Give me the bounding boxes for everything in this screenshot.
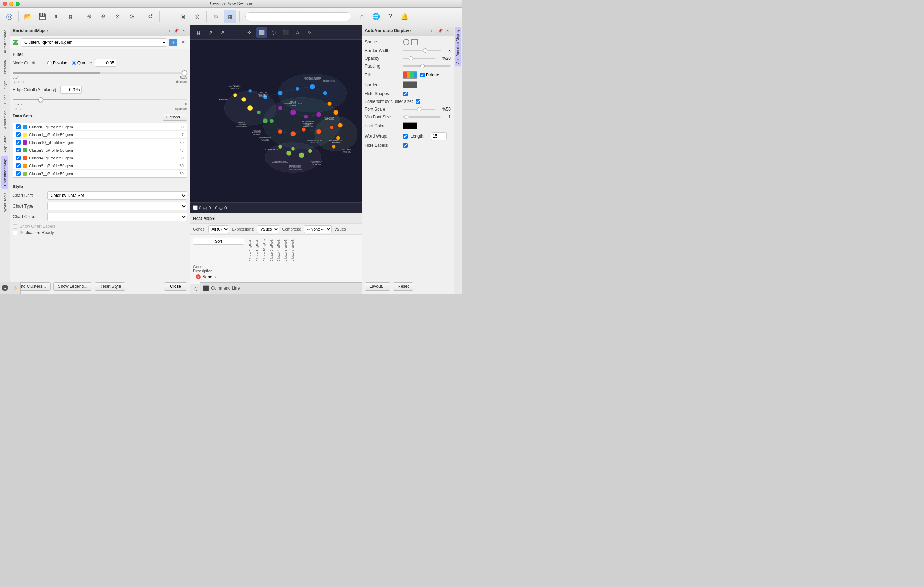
network-select[interactable]: Cluster0_gProfiler50.gem (20, 38, 167, 47)
zoom-sel-btn[interactable]: ⊚ (125, 10, 138, 23)
net-annotation-btn[interactable]: ✎ (304, 27, 315, 38)
nodes-check[interactable] (193, 205, 198, 210)
chart-data-select[interactable]: Color by Data Set (47, 191, 187, 200)
publication-ready-check[interactable] (13, 231, 17, 235)
chart-colors-select[interactable] (47, 213, 187, 221)
net-grid-btn[interactable]: ▦ (193, 27, 204, 38)
font-scale-slider[interactable] (403, 109, 436, 110)
aa-pin-btn[interactable]: 📌 (437, 28, 443, 34)
sort-btn[interactable]: Sort (193, 238, 244, 245)
close-btn[interactable] (3, 2, 7, 6)
layout-btn[interactable]: Layout... (365, 282, 390, 291)
hide-shapes-check[interactable] (403, 92, 408, 96)
reset-btn[interactable]: Reset (393, 282, 413, 291)
panel-pin-btn[interactable]: 📌 (173, 28, 179, 34)
palette-check[interactable] (420, 73, 424, 78)
sidebar-tab-enrichmentmap[interactable]: EnrichmentMap (2, 156, 8, 189)
help-btn[interactable]: ? (384, 10, 397, 23)
warning-status[interactable]: ⚠ (10, 282, 20, 293)
net-select-rect-btn[interactable]: ⬜ (256, 27, 267, 38)
network-add-btn[interactable]: + (169, 38, 177, 46)
word-wrap-length[interactable] (431, 132, 447, 140)
right-tab-autoannotate[interactable]: AutoAnnotate Display (455, 27, 461, 66)
dataset-check-3[interactable] (16, 148, 20, 152)
dataset-check-4[interactable] (16, 155, 20, 160)
node-cutoff-value[interactable] (95, 59, 116, 67)
chart-type-select[interactable] (47, 202, 187, 210)
pvalue-radio[interactable]: P-value (47, 61, 68, 65)
hide-labels-check[interactable] (403, 143, 408, 148)
copy-btn[interactable]: ⧉ (210, 10, 222, 23)
sidebar-tab-network[interactable]: Network (2, 57, 8, 77)
overview-btn[interactable]: ◎ (191, 10, 204, 23)
reset-style-btn[interactable]: Reset Style (95, 282, 125, 291)
min-font-slider[interactable] (403, 116, 441, 118)
globe-btn[interactable]: 🌐 (370, 10, 383, 23)
border-color-swatch[interactable] (403, 81, 417, 88)
shape-circle-btn[interactable] (403, 39, 409, 45)
net-move-btn[interactable]: ✛ (244, 27, 255, 38)
heatmap-dropdown[interactable]: Heat Map ▾ (193, 216, 214, 221)
sidebar-tab-annotation[interactable]: Annotation (2, 107, 8, 132)
zoom-out-btn[interactable]: ⊖ (97, 10, 110, 23)
network-menu-btn[interactable]: ≡ (179, 38, 187, 46)
global-home-btn[interactable]: ⌂ (356, 10, 368, 23)
aa-min-btn[interactable]: □ (429, 28, 436, 34)
sidebar-tab-appstore[interactable]: App Store (2, 132, 8, 155)
sidebar-tab-layouttools[interactable]: Layout Tools (2, 190, 8, 217)
minimize-btn[interactable] (9, 2, 13, 6)
sidebar-tab-style[interactable]: Style (2, 78, 8, 92)
dataset-item-3[interactable]: Cluster3_gProfiler50.gem 43 (13, 146, 186, 154)
shape-rect-btn[interactable] (411, 39, 418, 45)
dataset-check-5[interactable] (16, 164, 20, 168)
word-wrap-check[interactable] (403, 134, 408, 139)
dataset-item-0[interactable]: Cluster0_gProfiler50.gem 50 (13, 123, 186, 131)
open-btn[interactable]: 📂 (21, 10, 34, 23)
show-legend-btn[interactable]: Show Legend... (53, 282, 92, 291)
net-home-btn[interactable]: ⌂ (163, 10, 175, 23)
qvalue-radio[interactable]: Q-value (72, 61, 92, 65)
expressions-select[interactable]: Values (257, 225, 279, 233)
edge-cutoff-slider[interactable] (13, 99, 187, 101)
options-btn[interactable]: Options... (163, 114, 187, 121)
border-width-slider[interactable] (403, 50, 441, 51)
genes-select[interactable]: All (0) (208, 225, 229, 233)
scale-font-check[interactable] (416, 99, 420, 104)
font-color-swatch[interactable] (403, 122, 417, 129)
search-input[interactable] (245, 12, 351, 21)
dataset-item-4[interactable]: Cluster4_gProfiler50.gem 50 (13, 154, 186, 162)
refresh-btn[interactable]: ↺ (144, 10, 157, 23)
dataset-check-1[interactable] (16, 132, 20, 137)
padding-slider[interactable] (403, 65, 451, 67)
net-select-new-btn[interactable]: ⬛ (280, 27, 291, 38)
dataset-check-2[interactable] (16, 140, 20, 145)
zoom-in-btn[interactable]: ⊕ (83, 10, 96, 23)
net-import-btn[interactable]: → (229, 27, 240, 38)
dataset-item-1[interactable]: Cluster1_gProfiler50.gem 47 (13, 131, 186, 139)
cloud-status[interactable]: ☁ (2, 284, 8, 291)
net-text-btn[interactable]: A (292, 27, 303, 38)
edge-cutoff-value[interactable] (61, 86, 82, 94)
compress-select[interactable]: -- None -- (304, 225, 332, 233)
aa-dropdown-arrow[interactable]: ▾ (410, 28, 412, 33)
panel-minimize-btn[interactable]: □ (165, 28, 172, 34)
panel-dropdown-arrow[interactable]: ▾ (47, 28, 49, 33)
close-panel-btn[interactable]: Close (164, 282, 187, 291)
maximize-btn[interactable] (16, 2, 20, 6)
panel-close-btn[interactable]: × (181, 28, 187, 34)
node-cutoff-slider[interactable] (13, 72, 187, 74)
dataset-item-5[interactable]: Cluster5_gProfiler50.gem 50 (13, 162, 186, 170)
none-arrow[interactable]: ▲ (214, 275, 218, 279)
net-share-btn[interactable]: ⇗ (205, 27, 216, 38)
sidebar-tab-filter[interactable]: Filter (2, 92, 8, 106)
save-btn[interactable]: 💾 (36, 10, 48, 23)
dataset-item-6[interactable]: Cluster7_gProfiler50.gem 50 (13, 170, 186, 177)
aa-close-btn[interactable]: × (444, 28, 451, 34)
dataset-item-2[interactable]: Cluster10_gProfiler50.gem 50 (13, 139, 186, 146)
zoom-fit-btn[interactable]: ⊙ (111, 10, 124, 23)
net-select-lasso-btn[interactable]: ⬡ (268, 27, 279, 38)
notify-btn[interactable]: 🔔 (398, 10, 411, 23)
table-btn[interactable]: ▦ (64, 10, 77, 23)
show-chart-labels-check[interactable] (13, 224, 17, 229)
active-table-btn[interactable]: ▦ (224, 10, 236, 23)
